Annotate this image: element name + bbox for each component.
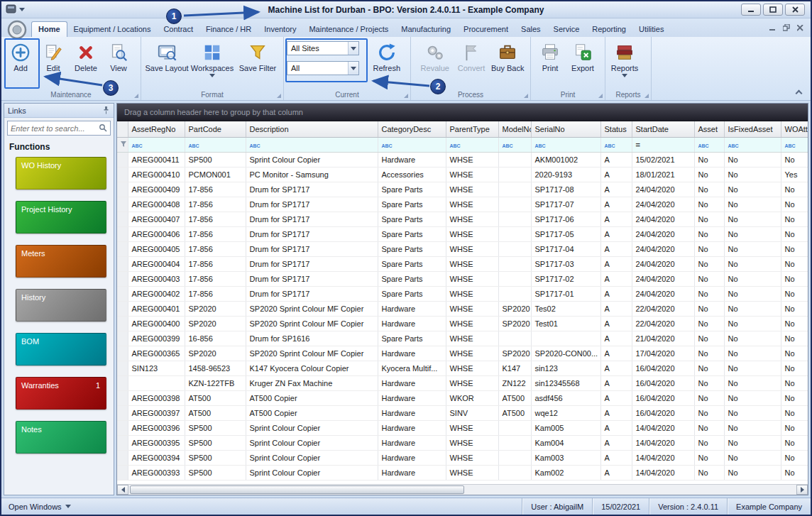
refresh-button[interactable]: Refresh bbox=[365, 39, 409, 72]
filter-icon-serialno[interactable]: ABC bbox=[535, 143, 546, 148]
table-row[interactable]: AREG000398AT500AT500 CopierHardwareWKORA… bbox=[117, 390, 808, 405]
dialog-launcher-icon[interactable] bbox=[598, 94, 603, 98]
tab-procurement[interactable]: Procurement bbox=[457, 22, 515, 37]
column-header-partcode[interactable]: PartCode bbox=[185, 121, 246, 137]
table-row[interactable]: AREG000410PCMON001PC Monitor - SamsungAc… bbox=[117, 167, 808, 182]
filter-icon-modelno[interactable]: ABC bbox=[503, 143, 513, 148]
column-header-assetregno[interactable]: AssetRegNo bbox=[128, 121, 185, 137]
scrollbar-track[interactable] bbox=[128, 485, 796, 495]
filter-icon-assetregno[interactable]: ABC bbox=[132, 143, 143, 148]
quick-access-toolbar[interactable] bbox=[1, 4, 25, 16]
tab-maintenance-projects[interactable]: Maintenance / Projects bbox=[302, 22, 395, 37]
column-header-parenttype[interactable]: ParentType bbox=[446, 121, 498, 137]
column-header-woattach[interactable]: WOAttach bbox=[781, 121, 808, 137]
table-row[interactable]: AREG00040617-856Drum for SP1717Spare Par… bbox=[117, 226, 808, 241]
function-tile-warranties[interactable]: Warranties1 bbox=[16, 377, 106, 410]
mdi-minimize-icon[interactable] bbox=[769, 24, 776, 33]
group-by-bar[interactable]: Drag a column header here to group by th… bbox=[117, 104, 808, 121]
table-row[interactable]: AREG00040317-856Drum for SP1717Spare Par… bbox=[117, 271, 808, 286]
table-row[interactable]: AREG00040717-856Drum for SP1717Spare Par… bbox=[117, 212, 808, 226]
maximize-button[interactable] bbox=[763, 4, 783, 16]
scrollbar-thumb[interactable] bbox=[130, 485, 464, 494]
table-row[interactable]: AREG000365SP2020SP2020 Sprint Colour MF … bbox=[117, 346, 808, 361]
table-row[interactable]: AREG00040217-856Drum for SP1717Spare Par… bbox=[117, 286, 808, 301]
tab-contract[interactable]: Contract bbox=[157, 22, 199, 37]
search-input[interactable] bbox=[11, 124, 99, 133]
column-header-status[interactable]: Status bbox=[600, 121, 632, 137]
column-header-categorydesc[interactable]: CategoryDesc bbox=[378, 121, 446, 137]
reports-button[interactable]: Reports bbox=[608, 39, 641, 89]
table-row[interactable]: AREG000400SP2020SP2020 Sprint Colour MF … bbox=[117, 316, 808, 331]
search-icon[interactable] bbox=[99, 123, 107, 133]
open-windows-button[interactable]: Open Windows bbox=[1, 503, 78, 511]
mdi-close-icon[interactable] bbox=[797, 24, 803, 33]
function-tile-meters[interactable]: Meters bbox=[16, 245, 106, 278]
filter-icon-asset[interactable]: ABC bbox=[698, 143, 709, 148]
minimize-button[interactable] bbox=[741, 4, 761, 16]
column-header-description[interactable]: Description bbox=[246, 121, 378, 137]
save-layout-button[interactable]: Save Layout bbox=[144, 39, 190, 89]
add-button[interactable]: Add bbox=[4, 39, 37, 89]
column-header-startdate[interactable]: StartDate bbox=[632, 121, 694, 137]
workspaces-button[interactable]: Workspaces bbox=[190, 39, 235, 89]
filter-icon-categorydesc[interactable]: ABC bbox=[382, 143, 393, 148]
table-row[interactable]: AREG000396SP500Sprint Colour CopierHardw… bbox=[117, 420, 808, 435]
filter-icon-partcode[interactable]: ABC bbox=[189, 143, 199, 148]
table-row[interactable]: AREG000393SP500Sprint Colour CopierHardw… bbox=[117, 465, 808, 480]
mdi-restore-icon[interactable] bbox=[783, 24, 790, 33]
print-button[interactable]: Print bbox=[534, 39, 566, 89]
table-row[interactable]: AREG000397AT500AT500 CopierHardwareSINVA… bbox=[117, 405, 808, 420]
column-header-serialno[interactable]: SerialNo bbox=[531, 121, 600, 137]
column-header-asset[interactable]: Asset bbox=[694, 121, 724, 137]
table-row[interactable]: AREG00040517-856Drum for SP1717Spare Par… bbox=[117, 241, 808, 256]
table-row[interactable]: AREG000401SP2020SP2020 Sprint Colour MF … bbox=[117, 301, 808, 316]
table-row[interactable]: SIN1231458-96523K147 Kyocera Colour Copi… bbox=[117, 361, 808, 375]
column-header-isfixedasset[interactable]: IsFixedAsset bbox=[724, 121, 781, 137]
application-logo-icon[interactable] bbox=[7, 20, 27, 41]
buy-back-button[interactable]: Buy Back bbox=[486, 39, 529, 89]
filter-icon-description[interactable]: ABC bbox=[250, 143, 260, 148]
pin-icon[interactable] bbox=[102, 106, 110, 116]
table-row[interactable]: AREG000395SP500Sprint Colour CopierHardw… bbox=[117, 435, 808, 450]
tab-inventory[interactable]: Inventory bbox=[258, 22, 302, 37]
tab-home[interactable]: Home bbox=[31, 21, 67, 37]
function-tile-bom[interactable]: BOM bbox=[16, 333, 106, 366]
tab-reporting[interactable]: Reporting bbox=[586, 22, 632, 37]
dialog-launcher-icon[interactable] bbox=[644, 94, 649, 98]
scroll-right-button[interactable] bbox=[796, 485, 808, 495]
dialog-launcher-icon[interactable] bbox=[134, 94, 138, 98]
scroll-left-button[interactable] bbox=[117, 485, 128, 495]
tab-equipment-locations[interactable]: Equipment / Locations bbox=[67, 22, 158, 37]
chevron-down-icon[interactable] bbox=[19, 8, 25, 11]
table-row[interactable]: AREG000394SP500Sprint Colour CopierHardw… bbox=[117, 450, 808, 465]
dialog-launcher-icon[interactable] bbox=[277, 94, 281, 98]
site-filter-dropdown[interactable]: All Sites bbox=[287, 41, 359, 55]
column-header-modelno[interactable]: ModelNo bbox=[498, 121, 531, 137]
table-row[interactable]: AREG000411SP500Sprint Colour CopierHardw… bbox=[117, 152, 808, 167]
filter-icon-isfixedasset[interactable]: ABC bbox=[728, 143, 739, 148]
export-button[interactable]: Export bbox=[566, 39, 599, 89]
delete-button[interactable]: Delete bbox=[70, 39, 102, 89]
close-button[interactable] bbox=[785, 4, 805, 16]
horizontal-scrollbar[interactable] bbox=[117, 484, 808, 495]
filter-icon-startdate[interactable]: = bbox=[636, 141, 640, 149]
function-tile-wo-history[interactable]: WO History bbox=[16, 157, 106, 190]
table-row[interactable]: AREG00040817-856Drum for SP1717Spare Par… bbox=[117, 197, 808, 212]
table-row[interactable]: AREG00039916-856Drum for SP1616Spare Par… bbox=[117, 331, 808, 346]
function-tile-project-history[interactable]: Project History bbox=[16, 201, 106, 234]
table-row[interactable]: KZN-122TFBKruger ZN Fax MachineHardwareW… bbox=[117, 375, 808, 390]
tab-manufacturing[interactable]: Manufacturing bbox=[395, 22, 457, 37]
collapse-ribbon-button[interactable] bbox=[792, 87, 805, 97]
function-tile-history[interactable]: History bbox=[16, 289, 106, 322]
function-tile-notes[interactable]: Notes bbox=[16, 421, 106, 454]
save-filter-button[interactable]: Save Filter bbox=[235, 39, 280, 89]
edit-button[interactable]: Edit bbox=[37, 39, 70, 89]
table-row[interactable]: AREG00040417-856Drum for SP1717Spare Par… bbox=[117, 256, 808, 271]
chevron-down-icon[interactable] bbox=[348, 62, 358, 75]
table-row[interactable]: AREG00040917-856Drum for SP1717Spare Par… bbox=[117, 182, 808, 197]
tab-finance-hr[interactable]: Finance / HR bbox=[199, 22, 258, 37]
tab-service[interactable]: Service bbox=[547, 22, 586, 37]
dialog-launcher-icon[interactable] bbox=[404, 94, 408, 98]
filter-icon-status[interactable]: ABC bbox=[605, 143, 615, 148]
filter-icon-woattach[interactable]: ABC bbox=[785, 143, 796, 148]
